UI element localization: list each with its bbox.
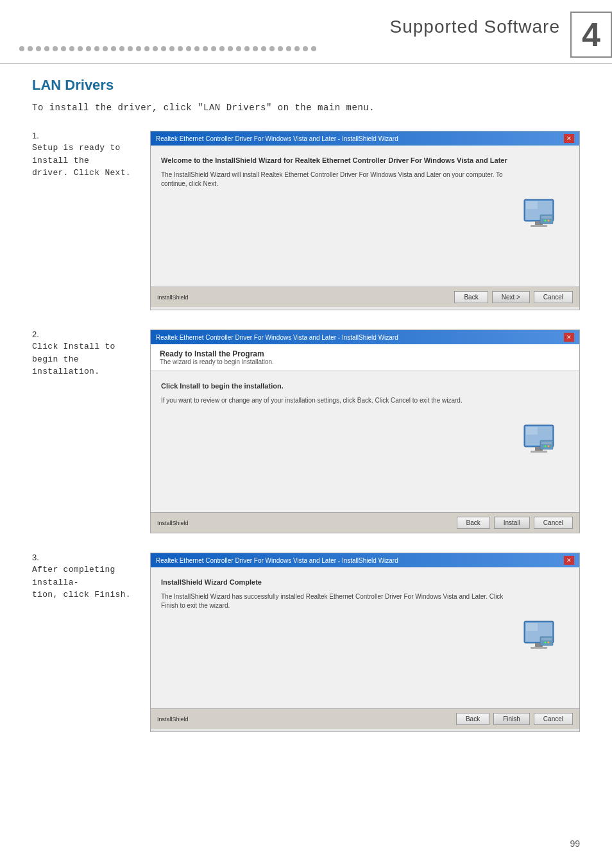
header-dot [228, 46, 233, 51]
lan-drivers-title: LAN Drivers [32, 77, 580, 94]
header-row: Supported Software 4 [0, 0, 612, 58]
step-desc-1: Setup is ready to install thedriver. Cli… [32, 142, 135, 179]
intro-text: To install the driver, click "LAN Driver… [32, 103, 580, 113]
wizard-btn-2-back[interactable]: Back [457, 517, 490, 529]
wizard-footer-3: InstallShieldBackFinishCancel [151, 708, 579, 729]
svg-point-25 [545, 642, 547, 644]
step-number-1: 1. [32, 131, 135, 140]
wizard-bold-text-3: InstallShield Wizard Complete [161, 578, 509, 587]
svg-point-17 [548, 446, 550, 447]
header-dot [261, 46, 266, 51]
svg-point-16 [545, 446, 547, 447]
header-dot [303, 46, 308, 51]
wizard-btn-3-back[interactable]: Back [456, 713, 489, 725]
wizard-btn-1-cancel[interactable]: Cancel [534, 291, 573, 303]
wizard-titlebar-text-1: Realtek Ethernet Controller Driver For W… [156, 135, 398, 142]
header-dot [36, 46, 41, 51]
wizard-btn-1-next[interactable]: Next > [492, 291, 530, 303]
step-item-2: 2.Click Install to begin theinstallation… [32, 330, 580, 533]
header-dot [194, 46, 200, 51]
wizard-btn-3-cancel[interactable]: Cancel [534, 713, 573, 725]
svg-rect-22 [526, 623, 538, 631]
svg-rect-3 [531, 225, 547, 227]
header-dot [178, 46, 183, 51]
wizard-close-btn-1[interactable]: ✕ [564, 134, 574, 143]
wizard-btn-2-cancel[interactable]: Cancel [534, 517, 573, 529]
title-and-number: Supported Software 4 [390, 12, 613, 58]
wizard-titlebar-text-3: Realtek Ethernet Controller Driver For W… [156, 557, 398, 564]
wizard-footer-1: InstallShieldBackNext >Cancel [151, 287, 579, 307]
wizard-screenshot-3: Realtek Ethernet Controller Driver For W… [150, 553, 580, 732]
svg-rect-12 [531, 451, 547, 453]
wizard-titlebar-text-2: Realtek Ethernet Controller Driver For W… [156, 334, 398, 341]
wizard-btn-2-install[interactable]: Install [494, 517, 530, 529]
wizard-normal-text-1: The InstallShield Wizard will install Re… [161, 171, 509, 188]
wizard-bold-text-2: Click Install to begin the installation. [161, 381, 509, 391]
header-dot [211, 46, 216, 51]
wizard-close-btn-2[interactable]: ✕ [564, 333, 574, 342]
page-number: 99 [570, 839, 580, 849]
wizard-btn-3-finish[interactable]: Finish [493, 713, 530, 725]
svg-point-7 [545, 220, 547, 222]
step-text-col-3: 3.After completing installa-tion, click … [32, 553, 135, 601]
svg-point-8 [548, 220, 550, 222]
svg-rect-21 [531, 647, 547, 649]
header-dot [78, 46, 83, 51]
svg-rect-6 [541, 216, 552, 219]
step-text-col-2: 2.Click Install to begin theinstallation… [32, 330, 135, 378]
header-dot [53, 46, 58, 51]
wizard-body-1: Welcome to the InstallShield Wizard for … [151, 146, 579, 287]
header-dot [94, 46, 99, 51]
header-dot [44, 46, 49, 51]
wizard-footer-left-1: InstallShield [157, 294, 189, 301]
wizard-titlebar-1: Realtek Ethernet Controller Driver For W… [151, 131, 579, 146]
step-item-1: 1.Setup is ready to install thedriver. C… [32, 131, 580, 310]
step-number-2: 2. [32, 330, 135, 339]
step-number-3: 3. [32, 553, 135, 562]
header-dot [119, 46, 124, 51]
wizard-footer-left-3: InstallShield [157, 716, 189, 722]
header-dot [69, 46, 74, 51]
page-content: LAN Drivers To install the driver, click… [0, 77, 612, 783]
wizard-text-col-3: InstallShield Wizard CompleteThe Install… [161, 578, 509, 698]
header-dot [169, 46, 174, 51]
header-dot [219, 46, 225, 51]
header-dot [28, 46, 33, 51]
header-dot [86, 46, 91, 51]
svg-rect-4 [526, 201, 538, 209]
step-desc-2: Click Install to begin theinstallation. [32, 340, 135, 378]
wizard-footer-left-2: InstallShield [157, 520, 189, 526]
header-dot [286, 46, 291, 51]
wizard-btn-1-back[interactable]: Back [454, 291, 488, 303]
wizard-body-3: InstallShield Wizard CompleteThe Install… [151, 567, 579, 708]
wizard-image-col-3 [518, 578, 569, 698]
header-dot [253, 46, 258, 51]
header-dot [61, 46, 66, 51]
svg-rect-15 [541, 442, 552, 444]
header-dot [311, 46, 316, 51]
wizard-footer-2: InstallShieldBackInstallCancel [151, 512, 579, 533]
header-dot [269, 46, 275, 51]
header-dot [103, 46, 108, 51]
header-dot [19, 46, 24, 51]
wizard-normal-text-3: The InstallShield Wizard has successfull… [161, 592, 509, 610]
header-dot [203, 46, 208, 51]
wizard-titlebar-2: Realtek Ethernet Controller Driver For W… [151, 330, 579, 344]
wizard-titlebar-3: Realtek Ethernet Controller Driver For W… [151, 553, 579, 567]
wizard-close-btn-3[interactable]: ✕ [564, 556, 574, 565]
step-item-3: 3.After completing installa-tion, click … [32, 553, 580, 732]
header-dot [294, 46, 300, 51]
wizard-image-col-2 [518, 381, 569, 502]
svg-rect-13 [526, 427, 538, 435]
title-box: Supported Software [390, 12, 571, 58]
step-text-col-1: 1.Setup is ready to install thedriver. C… [32, 131, 135, 179]
header-dot [186, 46, 191, 51]
wizard-screenshot-2: Realtek Ethernet Controller Driver For W… [150, 330, 580, 533]
wizard-header-title-2: Ready to Install the Program [160, 349, 570, 358]
header-dot [278, 46, 283, 51]
svg-rect-24 [541, 638, 552, 640]
section-title: Supported Software [390, 17, 561, 37]
chapter-number-tab: 4 [570, 12, 612, 58]
dots-container [19, 21, 390, 58]
wizard-bold-text-1: Welcome to the InstallShield Wizard for … [161, 156, 509, 165]
